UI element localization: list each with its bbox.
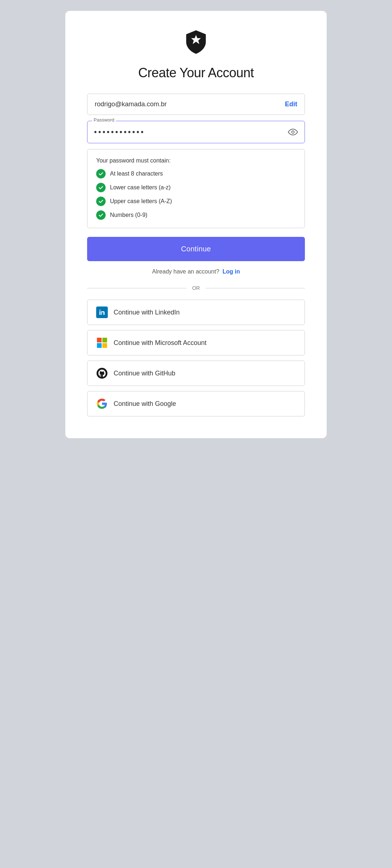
linkedin-button[interactable]: Continue with LinkedIn [87,300,305,325]
password-requirements: Your password must contain: At least 8 c… [87,149,305,228]
login-prompt: Already have an account? Log in [87,268,305,275]
toggle-password-icon[interactable] [288,127,298,137]
linkedin-icon [96,307,108,318]
linkedin-button-label: Continue with LinkedIn [114,309,180,316]
login-prompt-text: Already have an account? [152,268,219,275]
svg-rect-4 [102,338,107,342]
check-8chars-icon [96,169,106,178]
requirement-uppercase: Upper case letters (A-Z) [96,197,296,206]
requirements-title: Your password must contain: [96,157,296,164]
microsoft-button-label: Continue with Microsoft Account [114,339,207,347]
password-label: Password [92,117,116,123]
check-lowercase-icon [96,183,106,192]
requirement-lowercase-label: Lower case letters (a-z) [110,184,171,191]
login-link[interactable]: Log in [222,268,240,275]
divider: OR [87,285,305,291]
check-numbers-icon [96,210,106,220]
requirement-8chars-label: At least 8 characters [110,170,163,177]
microsoft-button[interactable]: Continue with Microsoft Account [87,330,305,355]
svg-rect-5 [97,343,102,348]
svg-rect-3 [97,338,102,342]
google-button-label: Continue with Google [114,400,176,408]
svg-point-7 [97,368,107,379]
svg-rect-6 [102,343,107,348]
requirement-uppercase-label: Upper case letters (A-Z) [110,198,172,205]
continue-button[interactable]: Continue [87,237,305,261]
email-field: rodrigo@kamada.com.br Edit [87,94,305,115]
requirement-lowercase: Lower case letters (a-z) [96,183,296,192]
divider-text: OR [192,285,200,291]
main-card: Create Your Account rodrigo@kamada.com.b… [65,11,327,438]
password-input-container: •••••••••••• [87,121,305,143]
requirement-numbers: Numbers (0-9) [96,210,296,220]
password-dots: •••••••••••• [94,127,145,137]
password-field-wrapper: Password •••••••••••• [87,121,305,143]
svg-point-1 [292,131,294,133]
divider-line-left [87,288,187,288]
edit-email-link[interactable]: Edit [285,100,297,108]
github-button[interactable]: Continue with GitHub [87,361,305,386]
github-button-label: Continue with GitHub [114,370,175,377]
google-button[interactable]: Continue with Google [87,391,305,416]
page-title: Create Your Account [87,65,305,81]
app-logo [183,29,209,55]
logo-container [87,29,305,55]
divider-line-right [206,288,305,288]
email-value: rodrigo@kamada.com.br [95,100,167,108]
github-icon [96,367,108,379]
google-icon [96,398,108,410]
requirement-numbers-label: Numbers (0-9) [110,212,147,218]
microsoft-icon [96,337,108,349]
check-uppercase-icon [96,197,106,206]
requirement-8chars: At least 8 characters [96,169,296,178]
